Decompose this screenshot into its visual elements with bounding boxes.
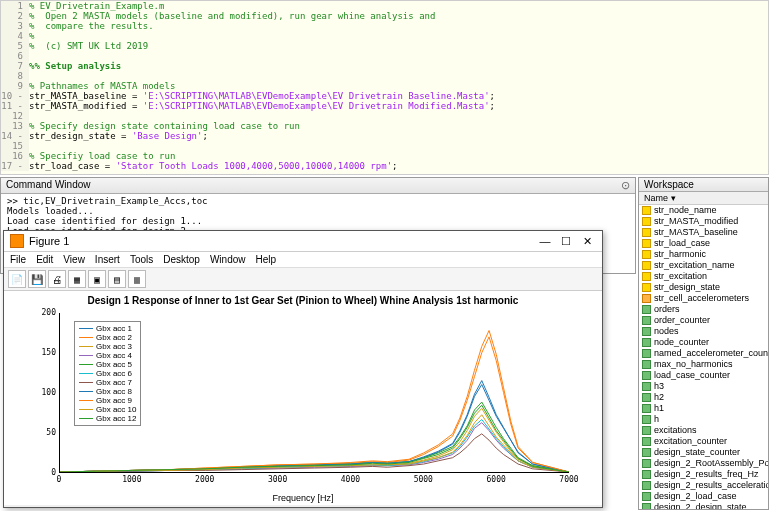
workspace-variable[interactable]: str_cell_accelerometers	[639, 293, 768, 304]
legend-entry[interactable]: Gbx acc 10	[79, 405, 136, 414]
workspace-variable[interactable]: h2	[639, 392, 768, 403]
legend-entry[interactable]: Gbx acc 8	[79, 387, 136, 396]
variable-name: design_2_results_acceleration_mps2	[654, 480, 768, 491]
legend-entry[interactable]: Gbx acc 2	[79, 333, 136, 342]
variable-icon	[642, 316, 651, 325]
legend-entry[interactable]: Gbx acc 12	[79, 414, 136, 423]
x-tick: 3000	[268, 475, 287, 484]
legend-swatch	[79, 346, 93, 348]
minimize-button[interactable]: —	[536, 235, 554, 247]
variable-icon	[642, 305, 651, 314]
workspace-variable[interactable]: named_accelerometer_counter	[639, 348, 768, 359]
menu-desktop[interactable]: Desktop	[163, 254, 200, 265]
workspace-variable[interactable]: str_excitation	[639, 271, 768, 282]
workspace-variable[interactable]: max_no_harmonics	[639, 359, 768, 370]
workspace-variable[interactable]: design_state_counter	[639, 447, 768, 458]
variable-name: named_accelerometer_counter	[654, 348, 768, 359]
variable-icon	[642, 470, 651, 479]
variable-name: str_load_case	[654, 238, 710, 249]
legend-entry[interactable]: Gbx acc 9	[79, 396, 136, 405]
workspace-variable[interactable]: h	[639, 414, 768, 425]
legend-entry[interactable]: Gbx acc 7	[79, 378, 136, 387]
variable-name: h2	[654, 392, 664, 403]
legend-entry[interactable]: Gbx acc 3	[79, 342, 136, 351]
variable-name: str_MASTA_baseline	[654, 227, 738, 238]
workspace-panel[interactable]: Workspace Name ▾ str_node_namestr_MASTA_…	[638, 177, 769, 510]
legend-entry[interactable]: Gbx acc 5	[79, 360, 136, 369]
workspace-variable[interactable]: design_2_RootAssembly_PointLoads	[639, 458, 768, 469]
toolbar-button-1[interactable]: 💾	[28, 270, 46, 288]
toolbar-button-2[interactable]: 🖨	[48, 270, 66, 288]
close-button[interactable]: ✕	[578, 235, 596, 248]
workspace-variable[interactable]: design_2_load_case	[639, 491, 768, 502]
legend-entry[interactable]: Gbx acc 1	[79, 324, 136, 333]
variable-icon	[642, 492, 651, 501]
menu-help[interactable]: Help	[256, 254, 277, 265]
figure-toolbar[interactable]: 📄💾🖨▦▣▤▥	[4, 268, 602, 291]
legend-label: Gbx acc 12	[96, 414, 136, 423]
workspace-variable[interactable]: str_MASTA_modified	[639, 216, 768, 227]
menu-view[interactable]: View	[63, 254, 85, 265]
toolbar-button-4[interactable]: ▣	[88, 270, 106, 288]
plot-title: Design 1 Response of Inner to 1st Gear S…	[4, 291, 602, 310]
variable-name: load_case_counter	[654, 370, 730, 381]
legend-label: Gbx acc 1	[96, 324, 132, 333]
workspace-variable-list[interactable]: str_node_namestr_MASTA_modifiedstr_MASTA…	[639, 205, 768, 510]
toolbar-button-5[interactable]: ▤	[108, 270, 126, 288]
variable-name: design_state_counter	[654, 447, 740, 458]
figure-window[interactable]: Figure 1 — ☐ ✕ FileEditViewInsertToolsDe…	[3, 230, 603, 508]
workspace-variable[interactable]: design_2_results_acceleration_mps2	[639, 480, 768, 491]
workspace-variable[interactable]: load_case_counter	[639, 370, 768, 381]
variable-name: design_2_RootAssembly_PointLoads	[654, 458, 768, 469]
menu-edit[interactable]: Edit	[36, 254, 53, 265]
workspace-variable[interactable]: str_node_name	[639, 205, 768, 216]
figure-menubar[interactable]: FileEditViewInsertToolsDesktopWindowHelp	[4, 252, 602, 268]
workspace-variable[interactable]: nodes	[639, 326, 768, 337]
workspace-column-name[interactable]: Name ▾	[639, 192, 768, 205]
legend-entry[interactable]: Gbx acc 4	[79, 351, 136, 360]
workspace-variable[interactable]: node_counter	[639, 337, 768, 348]
command-output-line: >> tic,EV_Drivetrain_Example_Accs,toc	[7, 196, 629, 206]
y-tick: 150	[32, 348, 56, 357]
workspace-variable[interactable]: str_excitation_name	[639, 260, 768, 271]
command-window-close-icon[interactable]: ⊙	[621, 179, 630, 192]
variable-icon	[642, 448, 651, 457]
menu-window[interactable]: Window	[210, 254, 246, 265]
variable-icon	[642, 437, 651, 446]
editor-code[interactable]: % EV_Drivetrain_Example.m% Open 2 MASTA …	[29, 1, 768, 171]
toolbar-button-3[interactable]: ▦	[68, 270, 86, 288]
workspace-variable[interactable]: orders	[639, 304, 768, 315]
legend-label: Gbx acc 10	[96, 405, 136, 414]
workspace-variable[interactable]: h3	[639, 381, 768, 392]
workspace-variable[interactable]: order_counter	[639, 315, 768, 326]
x-tick: 0	[57, 475, 62, 484]
editor-pane[interactable]: 12345678910 -11 -121314 -151617 - % EV_D…	[0, 0, 769, 175]
figure-titlebar[interactable]: Figure 1 — ☐ ✕	[4, 231, 602, 252]
legend-label: Gbx acc 3	[96, 342, 132, 351]
variable-name: str_excitation	[654, 271, 707, 282]
workspace-variable[interactable]: str_harmonic	[639, 249, 768, 260]
menu-insert[interactable]: Insert	[95, 254, 120, 265]
menu-file[interactable]: File	[10, 254, 26, 265]
workspace-variable[interactable]: str_MASTA_baseline	[639, 227, 768, 238]
menu-tools[interactable]: Tools	[130, 254, 153, 265]
toolbar-button-0[interactable]: 📄	[8, 270, 26, 288]
maximize-button[interactable]: ☐	[557, 235, 575, 248]
toolbar-button-6[interactable]: ▥	[128, 270, 146, 288]
variable-icon	[642, 426, 651, 435]
workspace-variable[interactable]: excitations	[639, 425, 768, 436]
legend-swatch	[79, 382, 93, 384]
plot-legend[interactable]: Gbx acc 1Gbx acc 2Gbx acc 3Gbx acc 4Gbx …	[74, 321, 141, 426]
y-tick: 200	[32, 308, 56, 317]
variable-icon	[642, 382, 651, 391]
workspace-variable[interactable]: design_2_design_state	[639, 502, 768, 510]
variable-name: excitations	[654, 425, 697, 436]
workspace-variable[interactable]: excitation_counter	[639, 436, 768, 447]
legend-label: Gbx acc 4	[96, 351, 132, 360]
workspace-variable[interactable]: str_design_state	[639, 282, 768, 293]
workspace-variable[interactable]: design_2_results_freq_Hz	[639, 469, 768, 480]
variable-icon	[642, 272, 651, 281]
workspace-variable[interactable]: str_load_case	[639, 238, 768, 249]
workspace-variable[interactable]: h1	[639, 403, 768, 414]
legend-entry[interactable]: Gbx acc 6	[79, 369, 136, 378]
